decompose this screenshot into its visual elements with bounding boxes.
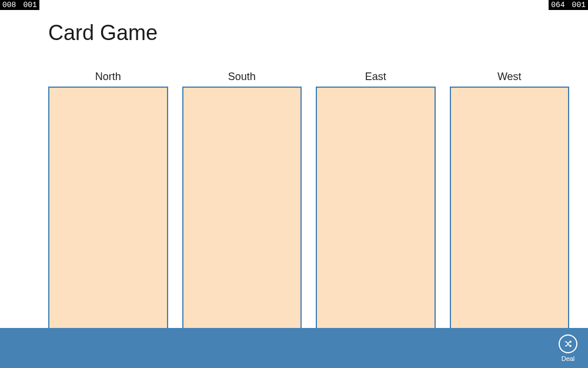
stack-label: South: [228, 71, 256, 83]
stack-column-north: North: [48, 71, 168, 329]
perf-counter-right: 064 001: [549, 0, 588, 10]
stack-column-west: West: [450, 71, 570, 329]
stack-column-south: South: [182, 71, 302, 329]
stack-column-east: East: [316, 71, 436, 329]
appbar: Deal: [0, 328, 588, 368]
stack-label: East: [365, 71, 386, 83]
stack-label: North: [95, 71, 121, 83]
counter-value: 064: [551, 1, 564, 9]
stack-label: West: [497, 71, 522, 83]
stacks-container: North South East West: [48, 71, 569, 329]
deal-button-label: Deal: [562, 355, 575, 362]
counter-value: 001: [23, 1, 36, 9]
page-title: Card Game: [48, 21, 158, 45]
shuffle-icon: [559, 334, 577, 353]
counter-value: 001: [572, 1, 586, 9]
stack-slot-east[interactable]: [316, 87, 436, 329]
stack-slot-west[interactable]: [450, 87, 570, 329]
deal-button[interactable]: Deal: [559, 334, 577, 362]
stack-slot-north[interactable]: [48, 87, 168, 329]
perf-counter-left: 008 001: [0, 0, 39, 10]
stack-slot-south[interactable]: [182, 87, 302, 329]
counter-value: 008: [2, 1, 16, 9]
